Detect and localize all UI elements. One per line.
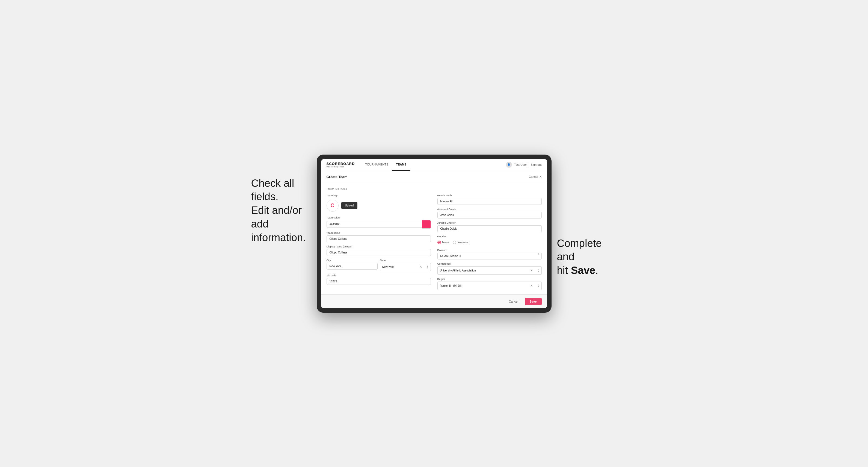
gender-field: Gender Mens Womens (437, 235, 542, 246)
form-grid: Team logo C Upload Team colour (327, 194, 542, 290)
tablet-screen: SCOREBOARD Powered by clippd TOURNAMENTS… (321, 159, 547, 308)
athletic-director-input[interactable] (437, 225, 542, 232)
color-input-row (327, 220, 431, 228)
region-value: Region II - (M) DIII (440, 284, 529, 287)
nav-teams[interactable]: TEAMS (392, 159, 410, 171)
brand-subtitle: Powered by clippd (327, 166, 355, 168)
city-input[interactable] (327, 263, 378, 270)
conference-clear-icon[interactable]: ✕ (530, 269, 533, 272)
conference-field: Conference University Athletic Associati… (437, 262, 542, 275)
region-field: Region Region II - (M) DIII ✕ ▲ ▼ (437, 277, 542, 290)
conference-value: University Athletic Association (440, 269, 529, 272)
annotation-line3: information. (251, 231, 306, 243)
city-field: City (327, 259, 378, 271)
nav-right: 👤 Test User | Sign out (506, 162, 542, 168)
left-annotation: Check all fields. Edit and/or add inform… (251, 155, 311, 245)
logo-circle: C (327, 199, 339, 212)
sign-out-button[interactable]: Sign out (530, 163, 541, 166)
athletic-director-field: Athletic Director (437, 221, 542, 232)
zip-input[interactable] (327, 278, 431, 285)
logo-area: C Upload (327, 198, 431, 213)
head-coach-field: Head Coach (437, 194, 542, 205)
display-name-label: Display name (unique) (327, 245, 431, 248)
region-select[interactable]: Region II - (M) DIII ✕ ▲ ▼ (437, 282, 542, 290)
section-label: TEAM DETAILS (327, 187, 542, 190)
team-logo-label: Team logo (327, 194, 431, 197)
division-label: Division (437, 249, 542, 251)
assistant-coach-label: Assistant Coach (437, 208, 542, 211)
right-annotation-end: . (595, 264, 598, 276)
cancel-button[interactable]: Cancel (505, 298, 522, 305)
logo-letter: C (330, 203, 334, 209)
gender-womens-label: Womens (458, 241, 468, 244)
user-avatar: 👤 (506, 162, 512, 168)
gender-radio-group: Mens Womens (437, 239, 542, 246)
state-clear-icon[interactable]: ✕ (420, 265, 422, 269)
team-colour-label: Team colour (327, 216, 431, 219)
team-colour-field: Team colour (327, 216, 431, 228)
state-arrows-icon: ▲ ▼ (427, 265, 428, 269)
form-left: Team logo C Upload Team colour (327, 194, 431, 290)
nav-links: TOURNAMENTS TEAMS (361, 159, 506, 171)
tablet-device: SCOREBOARD Powered by clippd TOURNAMENTS… (317, 155, 552, 313)
display-name-field: Display name (unique) (327, 245, 431, 256)
team-name-label: Team name (327, 231, 431, 234)
athletic-director-label: Athletic Director (437, 221, 542, 224)
head-coach-input[interactable] (437, 198, 542, 205)
right-annotation-bold: Save (571, 264, 595, 276)
state-label: State (380, 259, 431, 261)
brand-name: SCOREBOARD (327, 162, 355, 166)
color-text-input[interactable] (327, 221, 422, 228)
cancel-label: Cancel (529, 175, 538, 178)
city-state-field: City State New York ✕ ▲ (327, 259, 431, 271)
navbar: SCOREBOARD Powered by clippd TOURNAMENTS… (321, 159, 547, 171)
close-icon: ✕ (539, 175, 542, 179)
upload-button[interactable]: Upload (341, 202, 358, 209)
right-annotation-line1: Complete and (557, 237, 602, 263)
gender-mens-label: Mens (442, 241, 449, 244)
region-clear-icon[interactable]: ✕ (530, 284, 533, 287)
color-swatch[interactable] (422, 220, 431, 228)
state-value: New York (382, 266, 418, 269)
annotation-line2: Edit and/or add (251, 204, 302, 230)
right-annotation: Complete and hit Save. (557, 155, 617, 277)
form-body: TEAM DETAILS Team logo C Upload (321, 183, 547, 294)
annotation-line1: Check all fields. (251, 177, 294, 203)
zip-label: Zip code (327, 274, 431, 277)
assistant-coach-input[interactable] (437, 212, 542, 218)
state-field: State New York ✕ ▲ ▼ (380, 259, 431, 271)
user-label: Test User | (514, 163, 528, 166)
display-name-input[interactable] (327, 249, 431, 256)
cancel-x-button[interactable]: Cancel ✕ (529, 175, 541, 179)
assistant-coach-field: Assistant Coach (437, 208, 542, 218)
dialog-footer: Cancel Save (321, 294, 547, 308)
gender-label: Gender (437, 235, 542, 238)
nav-tournaments[interactable]: TOURNAMENTS (361, 159, 392, 171)
conference-select[interactable]: University Athletic Association ✕ ▲ ▼ (437, 266, 542, 275)
dialog-header: Create Team Cancel ✕ (321, 171, 547, 183)
zip-field: Zip code (327, 274, 431, 285)
city-label: City (327, 259, 378, 261)
city-state-row: City State New York ✕ ▲ (327, 259, 431, 271)
right-annotation-line2: hit (557, 264, 571, 276)
gender-womens-radio[interactable] (453, 241, 456, 244)
division-select[interactable]: NCAA Division III (437, 253, 542, 259)
head-coach-label: Head Coach (437, 194, 542, 197)
division-field: Division NCAA Division III ▼ (437, 249, 542, 259)
region-arrows-icon: ▲ ▼ (538, 284, 539, 287)
gender-mens-option[interactable]: Mens (437, 241, 449, 244)
team-name-input[interactable] (327, 236, 431, 242)
conference-label: Conference (437, 262, 542, 265)
team-logo-field: Team logo C Upload (327, 194, 431, 213)
conference-arrows-icon: ▲ ▼ (538, 269, 539, 272)
brand-logo: SCOREBOARD Powered by clippd (327, 162, 355, 168)
gender-mens-radio[interactable] (437, 241, 441, 244)
gender-womens-option[interactable]: Womens (453, 241, 468, 244)
save-button[interactable]: Save (525, 298, 542, 305)
team-name-field: Team name (327, 231, 431, 242)
state-select[interactable]: New York ✕ ▲ ▼ (380, 263, 431, 271)
page-container: Check all fields. Edit and/or add inform… (243, 155, 625, 313)
region-label: Region (437, 277, 542, 280)
dialog-title: Create Team (327, 175, 348, 179)
form-right: Head Coach Assistant Coach Athletic Dire… (437, 194, 542, 290)
